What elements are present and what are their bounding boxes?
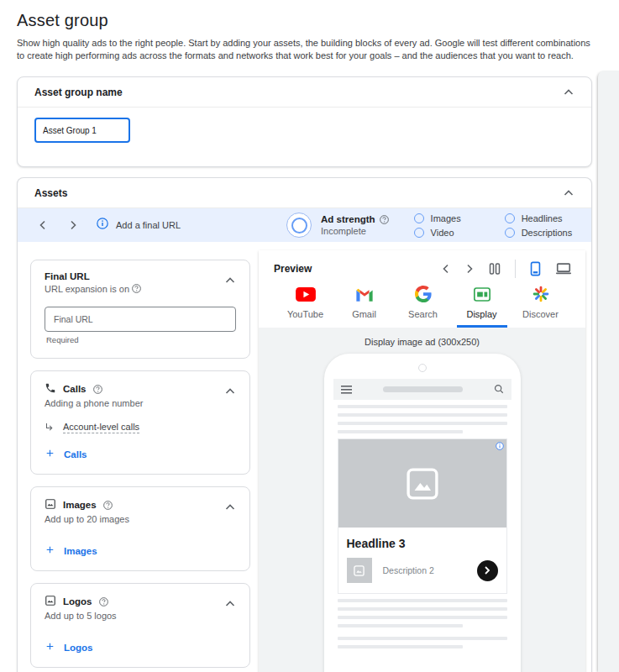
divider — [515, 260, 516, 278]
skeleton-line — [338, 599, 507, 602]
asset-group-name-card-header[interactable]: Asset group name — [18, 77, 591, 108]
check-circle-icon[interactable] — [414, 213, 424, 223]
assets-card-header[interactable]: Assets — [18, 178, 591, 208]
discover-icon — [532, 286, 549, 302]
assets-card-title: Assets — [34, 187, 67, 199]
image-icon — [45, 498, 56, 512]
check-label: Images — [431, 213, 461, 223]
ad-arrow-button[interactable] — [477, 560, 498, 581]
preview-canvas: Display image ad (300x250) — [259, 328, 585, 672]
images-title: Images — [63, 500, 97, 510]
skeleton-line — [338, 430, 463, 433]
next-asset-icon[interactable] — [68, 220, 78, 230]
skeleton-line — [338, 645, 463, 648]
ad-strength: Ad strength Incomplete — [286, 213, 389, 238]
phone-icon — [45, 382, 56, 396]
skeleton-line — [338, 616, 507, 619]
pause-carousel-icon[interactable] — [488, 262, 501, 276]
page-description: Show high quality ads to the right peopl… — [17, 37, 592, 62]
images-subtitle: Add up to 20 images — [45, 514, 236, 524]
add-calls-button[interactable]: Calls — [45, 448, 87, 460]
add-final-url-hint: Add a final URL — [97, 218, 181, 233]
gmail-icon — [355, 286, 374, 302]
chevron-up-icon[interactable] — [224, 501, 236, 513]
google-g-icon — [415, 286, 432, 302]
desktop-preview-icon[interactable] — [555, 262, 572, 276]
collapsed-side-panel[interactable] — [598, 71, 619, 672]
display-ad-unit[interactable]: Headline 3 Description 2 — [338, 438, 507, 594]
check-label: Headlines — [522, 213, 563, 223]
help-icon[interactable] — [93, 385, 102, 394]
previous-preview-icon[interactable] — [441, 264, 451, 274]
required-helper: Required — [45, 335, 236, 344]
add-logos-label: Logos — [64, 643, 93, 653]
chevron-up-icon[interactable] — [224, 598, 236, 610]
ad-strength-label: Ad strength — [321, 214, 375, 224]
display-network-icon — [474, 286, 490, 302]
check-circle-icon[interactable] — [414, 228, 424, 238]
chevron-up-icon[interactable] — [563, 87, 574, 98]
skeleton-line — [338, 637, 507, 640]
tab-gmail[interactable]: Gmail — [339, 286, 390, 328]
ad-format-label: Display image ad (300x250) — [259, 328, 585, 347]
add-images-label: Images — [64, 546, 97, 556]
final-url-input[interactable] — [45, 307, 236, 332]
tab-display[interactable]: Display — [457, 286, 507, 328]
calls-title: Calls — [63, 384, 87, 394]
next-preview-icon[interactable] — [464, 264, 475, 274]
add-final-url-label: Add a final URL — [116, 220, 181, 230]
tab-search[interactable]: Search — [398, 286, 449, 328]
youtube-icon — [296, 286, 316, 302]
phone-screen: Headline 3 Description 2 — [333, 379, 511, 648]
add-logos-button[interactable]: Logos — [45, 641, 93, 654]
check-headlines: Headlines — [505, 213, 573, 223]
images-card: Images Add up to 20 images Images — [30, 486, 250, 571]
logos-card: Logos Add up to 5 logos Logos — [30, 583, 250, 668]
skeleton-line — [338, 405, 507, 408]
check-circle-icon[interactable] — [505, 213, 515, 223]
tab-youtube[interactable]: YouTube — [281, 286, 331, 328]
page-title: Asset group — [17, 11, 592, 30]
asset-group-name-card-body — [18, 108, 591, 166]
chevron-up-icon[interactable] — [224, 275, 236, 286]
subdirectory-arrow-icon — [45, 420, 55, 435]
final-url-card: Final URL URL expansion is on Required — [30, 260, 250, 359]
help-icon[interactable] — [99, 597, 108, 606]
chevron-up-icon[interactable] — [563, 187, 574, 199]
search-icon — [494, 382, 504, 397]
image-placeholder-icon — [407, 468, 438, 500]
ad-strength-checks: Images Headlines Video Descriptions — [414, 213, 573, 238]
mobile-preview-icon[interactable] — [529, 261, 542, 276]
check-label: Descriptions — [522, 228, 573, 238]
ad-info-icon[interactable] — [496, 442, 504, 450]
skeleton-line — [338, 607, 507, 611]
ad-strength-gauge-icon — [286, 213, 312, 238]
check-video: Video — [414, 228, 461, 238]
info-icon — [97, 218, 108, 233]
asset-group-name-card-title: Asset group name — [34, 87, 123, 98]
account-level-calls-link[interactable]: Account-level calls — [63, 422, 139, 433]
logos-title: Logos — [63, 596, 92, 606]
check-circle-icon[interactable] — [505, 228, 515, 238]
tab-discover[interactable]: Discover — [516, 286, 566, 328]
help-icon[interactable] — [103, 501, 113, 510]
previous-asset-icon[interactable] — [38, 220, 48, 230]
add-images-button[interactable]: Images — [45, 544, 97, 557]
ad-strength-status: Incomplete — [321, 226, 389, 236]
ad-preview-panel: Preview — [259, 250, 585, 672]
asset-nav — [38, 220, 78, 230]
url-expansion-note: URL expansion is on — [45, 284, 129, 294]
mock-browser-bar — [333, 379, 511, 400]
help-icon[interactable] — [132, 284, 141, 293]
check-label: Video — [431, 228, 454, 238]
skeleton-line — [338, 624, 463, 627]
hamburger-menu-icon — [341, 382, 352, 397]
asset-editor-sidebar: Final URL URL expansion is on Required — [30, 260, 250, 672]
help-icon[interactable] — [380, 215, 389, 224]
chevron-up-icon[interactable] — [224, 386, 236, 397]
skeleton-line — [338, 413, 507, 417]
asset-group-name-input[interactable] — [34, 118, 130, 143]
assets-toolbar: Add a final URL Ad strength Incomplete — [18, 208, 591, 242]
plus-icon — [45, 544, 55, 557]
plus-icon — [45, 641, 55, 654]
